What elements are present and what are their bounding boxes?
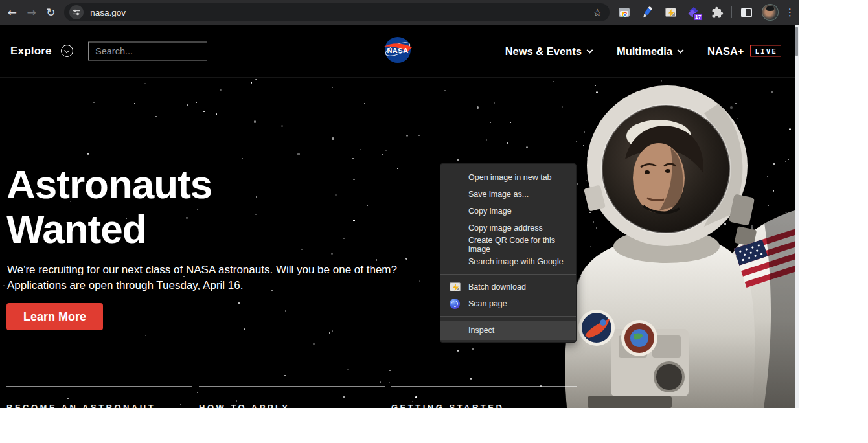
menu-divider	[440, 274, 576, 275]
reload-button[interactable]: ↻	[41, 3, 60, 22]
card-title: BECOME AN ASTRONAUT	[6, 403, 192, 408]
address-bar[interactable]: nasa.gov ☆	[64, 3, 610, 21]
menu-item-inspect[interactable]: Inspect	[440, 321, 576, 340]
hero-section: Astronauts Wanted We're recruiting for o…	[0, 78, 795, 408]
main-nav: News & Events Multimedia NASA+ LIVE	[505, 45, 781, 57]
page-viewport: Explore NASA News & Events Multimedia	[0, 25, 795, 408]
hero-description-line1: We're recruiting for our next class of N…	[7, 262, 397, 278]
toolbar-divider	[731, 6, 732, 18]
chevron-down-icon	[586, 47, 593, 53]
bookmark-star-icon[interactable]: ☆	[590, 6, 604, 19]
menu-item-create-qr-code[interactable]: Create QR Code for this image	[440, 236, 576, 253]
extensions-puzzle-icon[interactable]	[711, 6, 724, 19]
site-settings-icon[interactable]	[69, 5, 84, 19]
menu-item-save-image-as[interactable]: Save image as...	[440, 186, 576, 203]
svg-text:NASA: NASA	[387, 47, 408, 54]
card-getting-started[interactable]: GETTING STARTED	[391, 386, 577, 408]
menu-divider	[440, 316, 576, 317]
browser-window: ← → ↻ nasa.gov ☆	[0, 0, 799, 408]
menu-item-search-image-google[interactable]: Search image with Google	[440, 253, 576, 270]
pen-extension-icon[interactable]	[641, 6, 654, 19]
live-badge: LIVE	[750, 45, 782, 57]
forward-button[interactable]: →	[22, 3, 41, 22]
hero-description: We're recruiting for our next class of N…	[7, 262, 397, 293]
card-title: HOW TO APPLY	[199, 403, 385, 408]
nav-news-events[interactable]: News & Events	[505, 45, 592, 57]
hero-title-line2: Wanted	[6, 207, 212, 251]
menu-item-copy-image-address[interactable]: Copy image address	[440, 220, 576, 236]
nav-nasa-plus[interactable]: NASA+ LIVE	[707, 45, 781, 57]
nasa-logo[interactable]: NASA	[382, 36, 414, 66]
browser-toolbar: ← → ↻ nasa.gov ☆	[0, 0, 799, 25]
chevron-down-icon	[678, 47, 684, 53]
hero-title-line1: Astronauts	[6, 162, 212, 207]
search-input[interactable]	[88, 41, 207, 60]
nasa-plus-label: NASA+	[707, 45, 744, 57]
url-text: nasa.gov	[90, 8, 126, 17]
image-download-icon	[450, 282, 461, 291]
browser-menu-icon[interactable]: ⋮	[785, 6, 795, 18]
explore-chevron-icon	[61, 45, 73, 57]
menu-item-copy-image[interactable]: Copy image	[440, 203, 576, 220]
profile-avatar[interactable]	[762, 4, 779, 21]
context-menu: Open image in new tab Save image as... C…	[440, 163, 577, 343]
screenshot-extension-icon[interactable]	[617, 6, 630, 19]
extension-badge: 17	[693, 13, 703, 21]
menu-item-label: Batch download	[468, 282, 526, 291]
explore-menu[interactable]: Explore	[10, 45, 73, 58]
scrollbar-thumb[interactable]	[795, 27, 798, 56]
side-panel-icon[interactable]	[740, 6, 753, 19]
explore-label: Explore	[10, 45, 52, 58]
nav-multimedia[interactable]: Multimedia	[617, 45, 683, 57]
nasa-site-header: Explore NASA News & Events Multimedia	[0, 25, 795, 78]
astronaut-image[interactable]	[549, 78, 795, 408]
badged-extension-icon[interactable]: 17	[687, 6, 700, 19]
hero-title: Astronauts Wanted	[6, 162, 212, 251]
learn-more-button[interactable]: Learn More	[6, 303, 103, 330]
menu-item-label: Scan page	[468, 299, 507, 308]
image-downloader-extension-icon[interactable]	[664, 6, 677, 19]
card-become-an-astronaut[interactable]: BECOME AN ASTRONAUT	[6, 386, 192, 408]
shield-scan-icon	[450, 299, 460, 309]
card-title: GETTING STARTED	[391, 403, 577, 408]
menu-item-scan-page[interactable]: Scan page	[440, 295, 576, 312]
menu-item-batch-download[interactable]: Batch download	[440, 278, 576, 295]
page-scrollbar[interactable]	[795, 25, 799, 408]
hero-description-line2: Applications are open through Tuesday, A…	[7, 278, 397, 293]
back-button[interactable]: ←	[3, 3, 22, 22]
card-how-to-apply[interactable]: HOW TO APPLY	[199, 386, 385, 408]
menu-item-open-image-new-tab[interactable]: Open image in new tab	[440, 169, 576, 186]
extensions-area: 17	[617, 6, 724, 19]
nav-multimedia-label: Multimedia	[617, 45, 672, 57]
nav-news-events-label: News & Events	[505, 45, 582, 57]
